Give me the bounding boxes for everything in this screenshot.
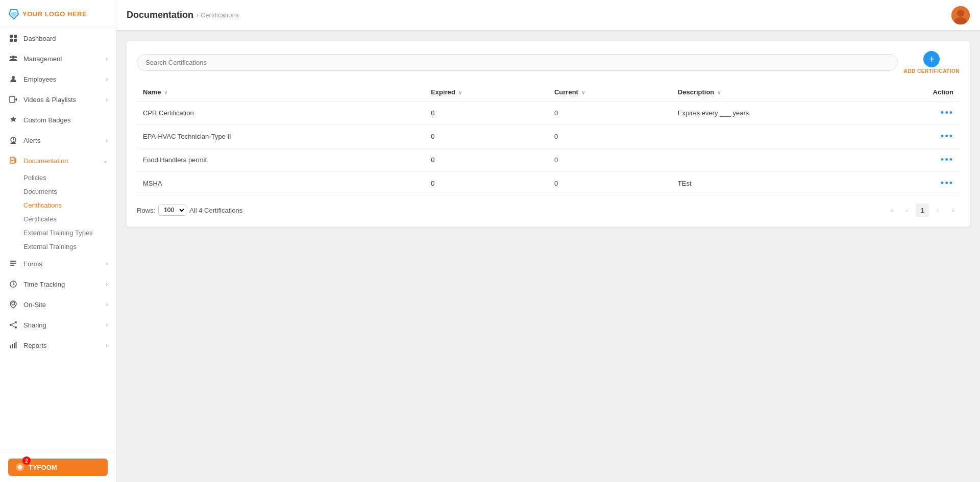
- sharing-icon: [8, 320, 18, 330]
- last-page-button[interactable]: »: [946, 204, 960, 217]
- management-icon: [8, 54, 18, 64]
- rows-dropdown[interactable]: 100 50 25: [158, 205, 186, 216]
- action-menu-button-1[interactable]: •••: [908, 131, 953, 142]
- cell-description-0: Expires every ___ years.: [672, 102, 902, 125]
- svg-point-8: [15, 56, 17, 58]
- documentation-subnav: Policies Documents Certifications Certif…: [0, 171, 116, 253]
- svg-point-14: [13, 141, 14, 142]
- col-action: Action: [902, 83, 960, 102]
- sidebar-item-sharing[interactable]: Sharing ›: [0, 315, 116, 335]
- table-body: CPR Certification 0 0 Expires every ___ …: [137, 102, 960, 195]
- sidebar-item-label-forms: Forms: [23, 260, 106, 268]
- sidebar-item-forms[interactable]: Forms ›: [0, 253, 116, 274]
- sidebar-item-label-badges: Custom Badges: [23, 116, 108, 124]
- tyfoom-label: TYFOOM: [29, 464, 57, 471]
- sidebar-item-alerts[interactable]: Alerts ›: [0, 130, 116, 150]
- subnav-policies[interactable]: Policies: [23, 171, 116, 185]
- svg-rect-16: [11, 159, 14, 159]
- logo-icon: [8, 7, 19, 20]
- sidebar-item-documentation[interactable]: Documentation ⌄: [0, 150, 116, 171]
- prev-page-button[interactable]: ‹: [900, 204, 914, 217]
- svg-point-36: [957, 10, 964, 17]
- svg-point-6: [12, 56, 15, 59]
- chevron-right-icon-employees: ›: [106, 76, 108, 82]
- tyfoom-button[interactable]: 2 TYFOOM: [8, 459, 108, 476]
- table-row: MSHA 0 0 TEst •••: [137, 172, 960, 195]
- add-button-label: ADD CERTIFICATION: [904, 68, 960, 74]
- search-input[interactable]: [137, 54, 898, 71]
- svg-rect-10: [10, 96, 15, 103]
- sort-name-icon: ∨: [164, 90, 167, 95]
- first-page-button[interactable]: «: [885, 204, 898, 217]
- action-menu-button-3[interactable]: •••: [908, 178, 953, 189]
- chevron-down-icon-documentation: ⌄: [103, 158, 108, 164]
- sidebar-item-videos[interactable]: Videos & Playlists ›: [0, 89, 116, 110]
- subnav-external-training-types[interactable]: External Training Types: [23, 226, 116, 240]
- cell-current-0: 0: [548, 102, 672, 125]
- sidebar-item-reports[interactable]: Reports ›: [0, 335, 116, 356]
- cell-expired-0: 0: [425, 102, 548, 125]
- subnav-certificates[interactable]: Certificates: [23, 212, 116, 226]
- svg-rect-22: [10, 265, 14, 266]
- chevron-right-icon-reports: ›: [106, 342, 108, 348]
- sort-current-icon: ∨: [581, 90, 585, 95]
- action-menu-button-0[interactable]: •••: [908, 108, 953, 118]
- avatar[interactable]: [951, 6, 970, 24]
- table-row: EPA-HVAC Technician-Type II 0 0 •••: [137, 125, 960, 148]
- sidebar-item-employees[interactable]: Employees ›: [0, 69, 116, 89]
- sidebar-item-custom-badges[interactable]: Custom Badges: [0, 110, 116, 130]
- svg-line-29: [12, 325, 15, 327]
- svg-rect-3: [14, 35, 17, 38]
- chevron-right-icon: ›: [106, 56, 108, 62]
- table-row: CPR Certification 0 0 Expires every ___ …: [137, 102, 960, 125]
- rows-label: Rows:: [137, 207, 155, 214]
- add-certification-button[interactable]: + ADD CERTIFICATION: [904, 51, 960, 74]
- sort-description-icon: ∨: [717, 90, 721, 95]
- dashboard-icon: [8, 33, 18, 43]
- forms-icon: [8, 259, 18, 269]
- add-icon: +: [923, 51, 940, 67]
- svg-rect-17: [11, 160, 14, 161]
- alerts-icon: [8, 135, 18, 145]
- table-row: Food Handlers permit 0 0 •••: [137, 148, 960, 172]
- total-certifications-label: All 4 Certifications: [189, 207, 242, 214]
- svg-rect-2: [10, 35, 13, 38]
- svg-rect-33: [16, 342, 17, 348]
- sidebar-bottom: 2 TYFOOM: [0, 452, 116, 482]
- subnav-documents[interactable]: Documents: [23, 185, 116, 198]
- col-current[interactable]: Current ∨: [548, 83, 672, 102]
- sidebar-item-management[interactable]: Management ›: [0, 48, 116, 69]
- svg-rect-30: [10, 345, 11, 348]
- svg-rect-5: [14, 39, 17, 42]
- content-area: + ADD CERTIFICATION Name ∨ Expired ∨: [116, 31, 980, 482]
- page-1-button[interactable]: 1: [916, 204, 929, 217]
- action-menu-button-2[interactable]: •••: [908, 155, 953, 165]
- svg-rect-31: [12, 344, 13, 348]
- col-name[interactable]: Name ∨: [137, 83, 425, 102]
- cell-name-1: EPA-HVAC Technician-Type II: [137, 125, 425, 148]
- svg-rect-32: [14, 343, 15, 348]
- tyfoom-icon: [15, 463, 24, 472]
- sidebar-item-time-tracking[interactable]: Time Tracking ›: [0, 274, 116, 294]
- sidebar-item-label-reports: Reports: [23, 342, 106, 349]
- sidebar-item-onsite[interactable]: On-Site ›: [0, 294, 116, 315]
- svg-point-24: [12, 302, 15, 305]
- next-page-button[interactable]: ›: [931, 204, 944, 217]
- svg-point-26: [10, 324, 12, 326]
- col-expired[interactable]: Expired ∨: [425, 83, 548, 102]
- col-description[interactable]: Description ∨: [672, 83, 902, 102]
- cell-expired-3: 0: [425, 172, 548, 195]
- cell-name-3: MSHA: [137, 172, 425, 195]
- svg-point-9: [12, 76, 15, 79]
- subnav-external-trainings[interactable]: External Trainings: [23, 240, 116, 253]
- sidebar-item-dashboard[interactable]: Dashboard: [0, 28, 116, 48]
- sidebar-item-label-time: Time Tracking: [23, 281, 106, 288]
- subnav-certifications[interactable]: Certifications: [23, 198, 116, 212]
- cell-name-2: Food Handlers permit: [137, 148, 425, 172]
- cell-description-2: [672, 148, 902, 172]
- svg-point-25: [15, 321, 17, 323]
- cell-current-1: 0: [548, 125, 672, 148]
- chevron-right-icon-forms: ›: [106, 261, 108, 267]
- chevron-right-icon-alerts: ›: [106, 137, 108, 143]
- sidebar-item-label-documentation: Documentation: [23, 157, 103, 165]
